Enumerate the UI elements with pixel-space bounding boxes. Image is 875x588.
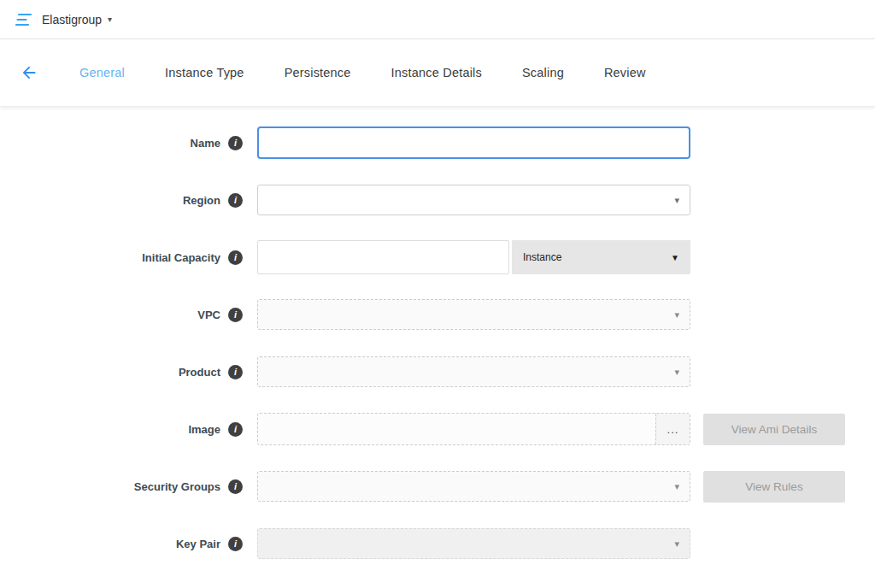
app-title[interactable]: Elastigroup [42,13,102,26]
form-row-initial-capacity: Initial Capacity i Instance ▼ [0,240,875,274]
form-row-key-pair: Key Pair i ▾ [0,526,875,561]
app-switcher-caret-icon[interactable]: ▾ [108,15,112,24]
image-browse-button[interactable]: ... [655,414,690,444]
product-label: Product [179,366,220,379]
form-row-vpc: VPC i ▾ [0,297,875,332]
form-row-image: Image i ... View Ami Details [0,412,875,446]
key-pair-info-icon[interactable]: i [228,537,243,551]
initial-capacity-input[interactable] [257,240,509,274]
region-info-icon[interactable]: i [228,193,243,208]
tab-instance-details[interactable]: Instance Details [391,66,482,79]
image-label: Image [188,423,220,436]
capacity-unit-value: Instance [523,251,561,263]
region-select[interactable]: ▾ [257,185,690,215]
back-arrow-icon[interactable] [19,62,39,83]
view-rules-button[interactable]: View Rules [703,471,845,503]
initial-capacity-info-icon[interactable]: i [228,250,243,265]
vpc-label: VPC [197,309,220,321]
vpc-select: ▾ [257,299,690,330]
chevron-down-icon: ▾ [674,538,679,550]
name-label: Name [191,137,220,150]
top-bar: Elastigroup ▾ [0,0,875,39]
form-row-name: Name i [0,126,875,160]
security-groups-select: ▾ [257,471,690,502]
form-row-security-groups: Security Groups i ▾ View Rules [0,469,875,503]
security-groups-info-icon[interactable]: i [228,479,243,494]
wizard-tabs: General Instance Type Persistence Instan… [79,66,686,79]
initial-capacity-label: Initial Capacity [142,251,220,264]
image-info-icon[interactable]: i [228,422,243,437]
security-groups-label: Security Groups [134,480,220,493]
chevron-down-icon: ▾ [674,481,679,492]
form-row-product: Product i ▾ [0,355,875,389]
general-form: Name i Region i ▾ Initial Capacity i Ins [0,107,875,561]
region-label: Region [183,194,220,207]
form-row-region: Region i ▾ [0,183,875,217]
tab-review[interactable]: Review [604,66,646,79]
name-info-icon[interactable]: i [228,136,243,150]
chevron-down-icon: ▾ [674,195,679,206]
key-pair-label: Key Pair [176,538,220,550]
vpc-info-icon[interactable]: i [228,308,243,322]
wizard-tab-bar: General Instance Type Persistence Instan… [0,39,875,107]
image-field-group: ... [257,413,690,445]
tab-instance-type[interactable]: Instance Type [165,66,244,79]
tab-general[interactable]: General [79,66,125,79]
tab-scaling[interactable]: Scaling [522,66,564,79]
chevron-down-icon: ▼ [671,253,679,262]
product-select: ▾ [257,356,690,387]
product-info-icon[interactable]: i [228,365,243,379]
elastigroup-logo-icon [14,11,34,28]
name-input[interactable] [257,126,690,159]
capacity-unit-select[interactable]: Instance ▼ [512,240,690,274]
image-value [258,414,655,444]
chevron-down-icon: ▾ [674,367,679,378]
tab-persistence[interactable]: Persistence [285,66,351,79]
key-pair-select: ▾ [257,528,690,559]
chevron-down-icon: ▾ [674,309,679,320]
view-ami-details-button[interactable]: View Ami Details [703,414,845,445]
